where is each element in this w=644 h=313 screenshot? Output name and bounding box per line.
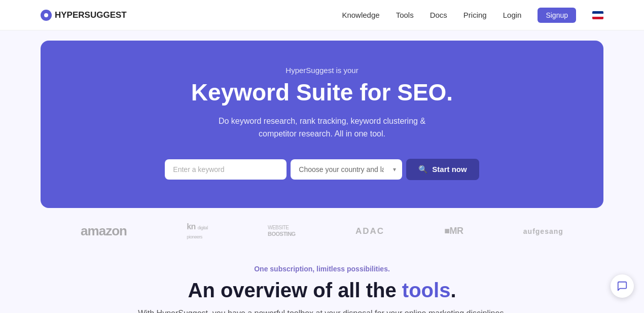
logo-omr: ■MR — [444, 226, 463, 236]
logo-websiteboosting: WEBSITEBOOSTING — [268, 225, 296, 237]
nav-login[interactable]: Login — [503, 11, 522, 19]
logos-bar: amazon kn digitalpioneers WEBSITEBOOSTIN… — [0, 208, 644, 255]
logo-kn: kn digitalpioneers — [187, 222, 208, 240]
chat-button[interactable] — [611, 274, 634, 298]
nav-signup[interactable]: Signup — [538, 8, 576, 23]
hero-subtitle: HyperSuggest is your — [51, 66, 593, 75]
chat-icon — [617, 281, 628, 292]
logo-text: HYPERSUGGEST — [55, 10, 127, 20]
start-now-button[interactable]: 🔍 Start now — [406, 159, 479, 180]
language-selector[interactable] — [592, 11, 603, 19]
overview-title: An overview of all the tools. — [41, 279, 603, 302]
hero-title: Keyword Suite for SEO. — [51, 80, 593, 106]
logo-amazon: amazon — [81, 223, 127, 239]
nav-knowledge[interactable]: Knowledge — [342, 11, 379, 19]
logo-aufgesang: aufgesang — [523, 227, 563, 235]
flag-icon — [592, 11, 603, 19]
search-icon: 🔍 — [418, 165, 428, 174]
navigation: HYPERSUGGEST Knowledge Tools Docs Pricin… — [0, 0, 644, 30]
logo-icon — [41, 10, 52, 21]
nav-pricing[interactable]: Pricing — [463, 11, 487, 19]
keyword-input[interactable] — [165, 159, 287, 180]
logo-adac: ADAC — [355, 226, 384, 236]
logo[interactable]: HYPERSUGGEST — [41, 10, 127, 21]
overview-tag: One subscription, limitless possibilitie… — [41, 265, 603, 273]
hero-section: HyperSuggest is your Keyword Suite for S… — [41, 41, 603, 208]
country-language-select[interactable]: Choose your country and language United … — [291, 159, 402, 180]
svg-point-0 — [44, 13, 48, 17]
overview-description: With HyperSuggest, you have a powerful t… — [41, 309, 603, 313]
overview-section: One subscription, limitless possibilitie… — [0, 255, 644, 313]
nav-links: Knowledge Tools Docs Pricing Login Signu… — [342, 11, 603, 20]
hero-description: Do keyword research, rank tracking, keyw… — [51, 115, 593, 141]
nav-tools[interactable]: Tools — [396, 11, 414, 19]
hero-form: Choose your country and language United … — [51, 159, 593, 180]
nav-docs[interactable]: Docs — [430, 11, 447, 19]
country-language-selector: Choose your country and language United … — [291, 159, 402, 180]
